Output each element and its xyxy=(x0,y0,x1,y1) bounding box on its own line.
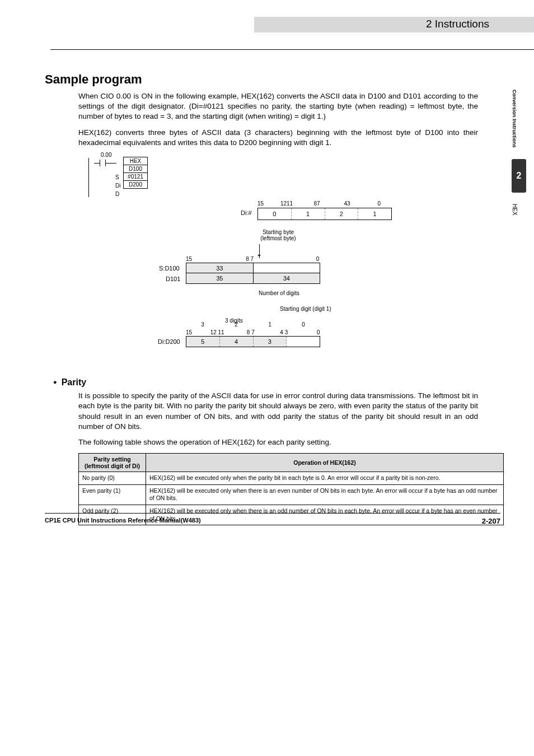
section-title: Sample program xyxy=(45,72,478,87)
header-accent xyxy=(254,17,534,32)
number-of-digits-label: Number of digits xyxy=(259,290,299,296)
source-label-1: S:D100 xyxy=(159,265,180,272)
source-label-2: D101 xyxy=(166,276,180,282)
header-rule xyxy=(50,49,534,50)
header-section: 2 Instructions xyxy=(426,18,489,30)
footer-rule xyxy=(45,513,500,514)
source-row-1: 33 xyxy=(186,263,320,273)
starting-byte-label: Starting byte (leftmost byte) xyxy=(253,229,303,241)
parity-heading: Parity xyxy=(53,377,478,388)
starting-digit-label: Starting digit (digit 1) xyxy=(280,306,331,312)
di-box: 0 1 2 1 xyxy=(257,208,392,220)
table-header-setting: Parity setting (leftmost digit of Di) xyxy=(79,454,146,472)
side-label-bottom: HEX xyxy=(512,204,518,216)
footer-page-number: 2-207 xyxy=(482,517,500,525)
side-label-top: Conversion Instructions xyxy=(512,90,517,148)
table-row: Even parity (1) HEX(162) will be execute… xyxy=(79,484,504,505)
source-row-2: 35 34 xyxy=(186,273,320,284)
dest-box: 5 4 3 xyxy=(186,336,320,347)
page-footer: CP1E CPU Unit Instructions Reference Man… xyxy=(45,513,500,525)
dest-bit-labels: 15 12 11 8 7 4 3 0 xyxy=(186,329,320,335)
table-row: No parity (0) HEX(162) will be executed … xyxy=(79,472,504,485)
content-area: Sample program When CIO 0.00 is ON in th… xyxy=(45,72,478,525)
paragraph-2: HEX(162) converts three bytes of ASCII d… xyxy=(78,128,478,148)
side-tabs: Conversion Instructions 2 HEX xyxy=(512,90,528,215)
ladder-contact-label: 0.00 xyxy=(101,152,111,158)
dest-digit-numbers: 3 2 1 0 xyxy=(186,321,320,328)
diagram: 0.00 S Di D HEX D100 #0121 D200 15 1 xyxy=(78,153,478,377)
table-header-operation: Operation of HEX(162) xyxy=(146,454,504,472)
di-label: Di:# xyxy=(241,209,252,216)
parity-para-1: It is possible to specify the parity of … xyxy=(78,391,478,432)
dest-label: Di:D200 xyxy=(158,338,180,345)
di-bit-labels: 15 12 11 8 7 4 3 0 xyxy=(257,200,392,207)
source-bit-labels: 15 8 7 0 xyxy=(186,256,320,262)
ladder-param-labels: S Di D xyxy=(115,165,120,198)
ladder-contact xyxy=(94,160,111,166)
paragraph-1: When CIO 0.00 is ON in the following exa… xyxy=(78,91,478,122)
page-header: 2 Instructions xyxy=(0,17,534,32)
side-chapter-number: 2 xyxy=(512,159,526,193)
parity-para-2: The following table shows the operation … xyxy=(78,437,478,447)
instruction-box: HEX D100 #0121 D200 xyxy=(123,157,148,189)
footer-manual-title: CP1E CPU Unit Instructions Reference Man… xyxy=(45,517,201,524)
